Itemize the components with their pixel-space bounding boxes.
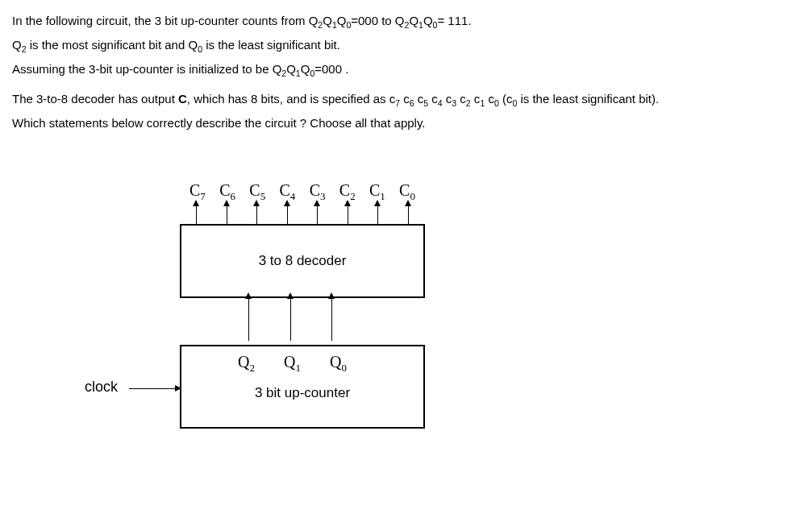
counter-outputs-labels: Q2 Q1 Q0 bbox=[238, 353, 347, 375]
question-line-4: The 3-to-8 decoder has output C, which h… bbox=[12, 89, 800, 110]
arrow-up-icon bbox=[290, 296, 291, 341]
arrow-up-icon bbox=[196, 204, 197, 224]
decoder-input-arrows bbox=[242, 296, 339, 341]
arrow-up-icon bbox=[227, 204, 227, 224]
question-line-1: In the following circuit, the 3 bit up-c… bbox=[12, 11, 800, 32]
decoder-box: 3 to 8 decoder bbox=[180, 224, 425, 298]
circuit-diagram: C7 C6 C5 C4 C3 C2 C1 C0 3 to 8 decoder Q… bbox=[85, 181, 488, 487]
arrow-up-icon bbox=[408, 204, 409, 224]
question-line-2: Q2 is the most significant bit and Q0 is… bbox=[12, 35, 800, 56]
arrow-up-icon bbox=[287, 204, 288, 224]
output-q0: Q0 bbox=[330, 353, 347, 375]
arrow-up-icon bbox=[248, 296, 249, 341]
arrow-up-icon bbox=[331, 296, 332, 341]
question-line-5: Which statements below correctly describ… bbox=[12, 114, 800, 133]
counter-box: Q2 Q1 Q0 3 bit up-counter bbox=[180, 345, 425, 429]
decoder-output-arrows bbox=[189, 204, 415, 224]
clock-label: clock bbox=[85, 379, 118, 396]
arrow-up-icon bbox=[377, 204, 378, 224]
output-q1: Q1 bbox=[284, 353, 301, 375]
arrow-up-icon bbox=[317, 204, 318, 224]
arrow-up-icon bbox=[256, 204, 257, 224]
arrow-up-icon bbox=[348, 204, 348, 224]
output-q2: Q2 bbox=[238, 353, 255, 375]
arrow-right-icon bbox=[129, 388, 177, 389]
counter-label: 3 bit up-counter bbox=[181, 385, 423, 401]
decoder-label: 3 to 8 decoder bbox=[259, 253, 347, 269]
question-text: In the following circuit, the 3 bit up-c… bbox=[12, 11, 800, 133]
question-line-3: Assuming the 3-bit up-counter is initial… bbox=[12, 60, 800, 81]
